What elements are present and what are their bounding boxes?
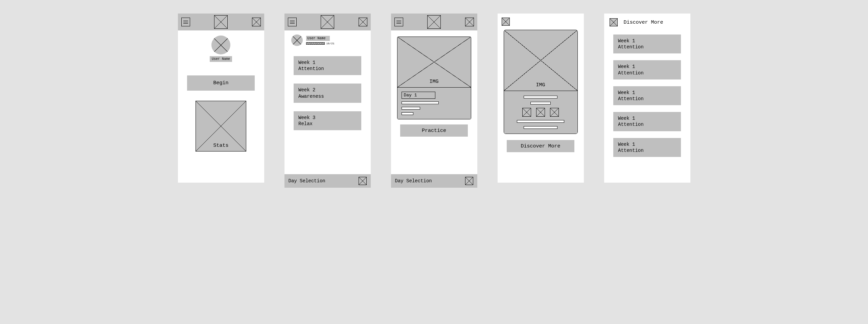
screen-detail: IMG Discover More [498, 14, 584, 183]
option-icon[interactable] [550, 108, 559, 117]
bottom-bar: Day Selection [391, 174, 477, 188]
close-icon[interactable] [610, 18, 618, 26]
week-button[interactable]: Week 1 Attention [294, 56, 361, 75]
stats-placeholder[interactable]: Stats [196, 101, 246, 152]
discover-item[interactable]: Week 1 Attention [613, 138, 681, 157]
bottom-bar-icon[interactable] [465, 177, 473, 185]
screen-day: IMG Day 1 Practice Day Selection [391, 14, 477, 188]
progress-count: 16/21 [326, 42, 335, 45]
avatar[interactable] [211, 36, 230, 54]
day-field[interactable]: Day 1 [402, 92, 435, 99]
close-icon[interactable] [502, 18, 510, 26]
text-line [517, 120, 564, 123]
detail-card: IMG [504, 30, 578, 134]
profile-row: User Name 16/21 [284, 30, 371, 50]
screen-weeks: User Name 16/21 Week 1 Attention Week 2 … [284, 14, 371, 188]
bottom-bar: Day Selection [284, 174, 371, 188]
header-row: Discover More [604, 14, 690, 31]
top-bar [391, 14, 477, 30]
begin-button[interactable]: Begin [187, 75, 255, 91]
screen-home: User Name Begin Stats [178, 14, 264, 183]
week-button[interactable]: Week 3 Relax [294, 111, 361, 130]
action-icon[interactable] [359, 18, 367, 26]
option-icon[interactable] [536, 108, 545, 117]
text-line [524, 96, 557, 98]
discover-item[interactable]: Week 1 Attention [613, 112, 681, 131]
image-placeholder: IMG [504, 30, 577, 91]
text-line [524, 126, 557, 129]
action-icon[interactable] [465, 18, 474, 26]
image-placeholder: IMG [397, 37, 471, 88]
text-line [402, 112, 413, 115]
option-icon[interactable] [522, 108, 531, 117]
logo-placeholder [321, 15, 334, 29]
image-label: IMG [397, 79, 471, 85]
menu-icon[interactable] [394, 18, 403, 26]
menu-icon[interactable] [181, 18, 190, 26]
discover-more-button[interactable]: Discover More [507, 140, 574, 152]
logo-placeholder [427, 15, 441, 29]
user-name-label: User Name [306, 36, 330, 41]
avatar[interactable] [291, 34, 303, 46]
menu-icon[interactable] [288, 18, 297, 26]
text-line [402, 101, 439, 104]
discover-item[interactable]: Week 1 Attention [613, 60, 681, 79]
page-title: Discover More [624, 20, 663, 25]
text-line [530, 102, 551, 105]
screen-discover: Discover More Week 1 Attention Week 1 At… [604, 14, 690, 183]
image-label: IMG [504, 82, 577, 88]
day-card: IMG Day 1 [397, 37, 471, 119]
discover-item[interactable]: Week 1 Attention [613, 34, 681, 53]
user-name-label: User Name [210, 56, 232, 62]
week-button[interactable]: Week 2 Awareness [294, 84, 361, 102]
top-bar [178, 14, 264, 30]
bottom-bar-icon[interactable] [359, 177, 367, 185]
bottom-bar-label: Day Selection [289, 178, 325, 184]
discover-item[interactable]: Week 1 Attention [613, 86, 681, 105]
bottom-bar-label: Day Selection [395, 178, 432, 184]
top-bar [284, 14, 371, 30]
progress-bar [306, 42, 325, 45]
action-icon[interactable] [252, 18, 261, 26]
practice-button[interactable]: Practice [400, 124, 468, 137]
stats-label: Stats [196, 143, 246, 148]
text-line [402, 107, 420, 110]
logo-placeholder [214, 15, 228, 29]
